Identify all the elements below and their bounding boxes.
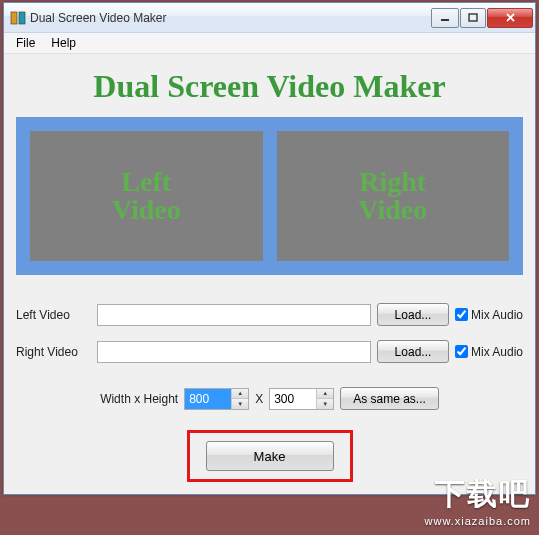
menu-help[interactable]: Help: [43, 34, 84, 52]
watermark-url: www.xiazaiba.com: [425, 515, 531, 527]
make-button[interactable]: Make: [206, 441, 334, 471]
window-title: Dual Screen Video Maker: [30, 11, 431, 25]
right-video-row: Right Video Load... Mix Audio: [16, 340, 523, 363]
dimensions-separator: X: [255, 392, 263, 406]
width-spinner: ▲ ▼: [184, 388, 249, 410]
minimize-button[interactable]: [431, 8, 459, 28]
app-window: Dual Screen Video Maker File Help Dual S…: [3, 2, 536, 495]
preview-panel: Left Video Right Video: [16, 117, 523, 275]
right-video-preview[interactable]: Right Video: [277, 131, 510, 261]
svg-rect-3: [469, 14, 477, 21]
dimensions-label: Width x Height: [100, 392, 178, 406]
left-video-input[interactable]: [97, 304, 371, 326]
menu-file[interactable]: File: [8, 34, 43, 52]
height-down-button[interactable]: ▼: [317, 399, 333, 409]
left-mix-audio-label: Mix Audio: [471, 308, 523, 322]
dimensions-row: Width x Height ▲ ▼ X ▲ ▼ As same as...: [16, 387, 523, 410]
right-video-label: Right Video: [358, 168, 427, 224]
svg-rect-0: [11, 12, 17, 24]
right-video-input[interactable]: [97, 341, 371, 363]
width-input[interactable]: [185, 389, 231, 409]
height-spinner: ▲ ▼: [269, 388, 334, 410]
left-video-row: Left Video Load... Mix Audio: [16, 303, 523, 326]
menubar: File Help: [4, 33, 535, 54]
left-mix-audio-wrap[interactable]: Mix Audio: [455, 308, 523, 322]
close-button[interactable]: [487, 8, 533, 28]
left-video-preview[interactable]: Left Video: [30, 131, 263, 261]
titlebar[interactable]: Dual Screen Video Maker: [4, 3, 535, 33]
right-mix-audio-wrap[interactable]: Mix Audio: [455, 345, 523, 359]
as-same-as-button[interactable]: As same as...: [340, 387, 439, 410]
right-load-button[interactable]: Load...: [377, 340, 449, 363]
left-load-button[interactable]: Load...: [377, 303, 449, 326]
svg-line-5: [507, 14, 514, 21]
content-area: Dual Screen Video Maker Left Video Right…: [4, 54, 535, 494]
left-video-field-label: Left Video: [16, 308, 91, 322]
height-input[interactable]: [270, 389, 316, 409]
make-highlight-box: Make: [187, 430, 353, 482]
app-icon: [10, 10, 26, 26]
svg-rect-1: [19, 12, 25, 24]
right-mix-audio-checkbox[interactable]: [455, 345, 468, 358]
make-section: Make: [16, 430, 523, 482]
right-mix-audio-label: Mix Audio: [471, 345, 523, 359]
maximize-button[interactable]: [460, 8, 486, 28]
window-controls: [431, 8, 533, 28]
width-down-button[interactable]: ▼: [232, 399, 248, 409]
left-video-label: Left Video: [112, 168, 181, 224]
page-title: Dual Screen Video Maker: [16, 68, 523, 105]
right-video-field-label: Right Video: [16, 345, 91, 359]
width-up-button[interactable]: ▲: [232, 389, 248, 399]
left-mix-audio-checkbox[interactable]: [455, 308, 468, 321]
svg-line-4: [507, 14, 514, 21]
height-up-button[interactable]: ▲: [317, 389, 333, 399]
